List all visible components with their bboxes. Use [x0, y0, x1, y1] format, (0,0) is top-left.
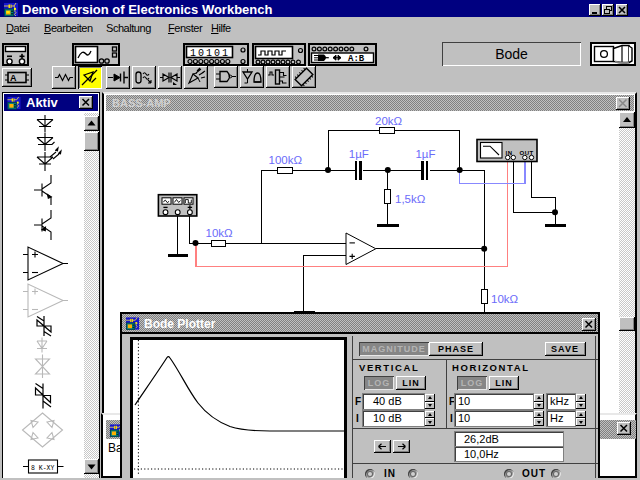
svg-text:8 K-XY: 8 K-XY — [31, 465, 55, 472]
svg-text:A:B: A:B — [348, 54, 365, 64]
svg-text:A: A — [10, 73, 17, 83]
svg-text:10101: 10101 — [190, 48, 230, 59]
